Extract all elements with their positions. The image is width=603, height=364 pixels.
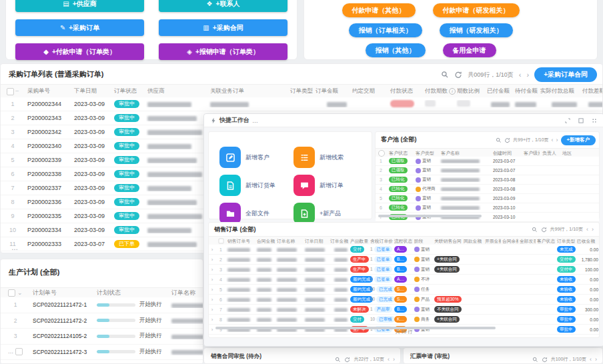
row-expander-icon[interactable]: › [211,297,213,303]
table-row[interactable]: 1P2000023442023-03-09审批中 [1,97,602,111]
table-row[interactable]: ›7未解决1产品审B…直销不关联合同审批中300.00 [209,305,599,315]
table-row[interactable]: 2SCP020221121472-2开始执行 [1,313,203,329]
row-expander-icon[interactable]: › [211,257,213,263]
add-supplier-button[interactable]: ▤+供应商 [15,0,144,12]
add-customer-button[interactable]: +新增客户 [561,135,596,145]
more-rows-indicator[interactable]: … [11,244,18,251]
row-actions-icon[interactable]: … [8,348,14,355]
avatar [416,159,421,164]
shortcut-new-lead[interactable]: 新增线索 [293,147,368,168]
shortcut-all-files[interactable]: 全部文件 [219,203,293,224]
table-row[interactable]: 3已转化直销2023-03-08 [376,175,599,185]
row-checkbox[interactable] [15,348,23,355]
prev-page-icon[interactable]: ‹ [590,357,592,363]
amount-value: 1,780.00 [582,257,598,262]
next-page-icon[interactable]: › [526,71,529,79]
plan-status-label: 开始执行 [139,348,162,355]
refresh-icon[interactable] [454,71,462,79]
table-row[interactable]: ›4履约完成1已签单A…不详未验收0.00 [209,275,599,285]
status-badge: 已转化 [389,177,408,183]
table-row[interactable]: …SCP020221121472-3开始执行 [1,345,203,361]
row-expander-icon[interactable]: › [211,277,213,283]
payment-request-other-button[interactable]: 付款申请（其他） [342,3,416,17]
table-row[interactable]: ›2生产中1已签单B…直销+关联合同交付中1,780.00 [209,255,599,265]
purchase-order-icon: ✎ [60,25,65,31]
status-badge: 已转化 [389,186,408,193]
shortcut-new-customer[interactable]: 新增客户 [219,147,293,168]
table-row[interactable] [1,360,203,364]
pagination-info: 共100行，1/10页 [551,356,586,363]
next-page-icon[interactable]: › [556,137,558,143]
draft-request-panel: 汇票申请 (审批) 共100行，1/10页 ‹ › [403,347,603,364]
prev-page-icon[interactable]: ‹ [552,137,554,143]
select-all-radio[interactable] [378,150,385,157]
row-expander-icon[interactable]: › [211,287,213,293]
reimburse-rd-button[interactable]: 报销（研发相关） [440,23,513,37]
refresh-icon[interactable] [541,227,547,233]
window-titlebar[interactable]: 快捷工作台 … [204,114,603,127]
table-row[interactable]: 3SCP020221124105-2开始执行 [1,329,203,345]
reimburse-order-button[interactable]: 报销（订单相关） [349,23,422,37]
window-grid-icon[interactable] [591,117,598,124]
horizontal-scrollbar[interactable] [378,215,482,217]
redacted-text [277,268,297,272]
refresh-icon[interactable] [542,357,548,363]
search-icon[interactable] [532,227,538,233]
prev-page-icon[interactable]: ‹ [519,71,522,79]
shortcut-new-order-form[interactable]: 新增订货单 [219,175,293,196]
button-label: +报销申请（订单类） [195,47,259,57]
column-header: 付款状态 [390,87,413,94]
table-row[interactable]: ›8交付10已审核K…商务+关联合同审批中0.00 [209,315,599,325]
reimburse-icon: ◈ [187,49,192,55]
row-expander-icon[interactable]: › [211,247,213,253]
table-row[interactable]: 6已转化直销2023-03-10 [376,203,599,213]
add-payment-request-order-button[interactable]: ◆+付款申请（订单类） [15,43,144,60]
table-row[interactable]: ›1交付1已签单A…直销未完成0.00 [209,245,599,255]
redacted-text [210,102,249,107]
payment-request-rd-button[interactable]: 付款申请（研发相关） [433,3,520,17]
search-icon[interactable] [496,137,502,143]
next-page-icon[interactable]: › [592,227,594,233]
progress-bar [97,335,135,338]
refresh-icon[interactable] [504,137,510,143]
search-icon[interactable] [532,357,538,363]
search-icon[interactable] [441,71,449,79]
chat-icon [293,175,315,196]
prev-page-icon[interactable]: ‹ [388,357,390,363]
window-panel-icon[interactable] [578,117,584,124]
table-row[interactable]: 4已转化代理商2023-03-08 [376,185,599,194]
select-all-checkbox[interactable] [218,239,223,244]
add-reimburse-request-order-button[interactable]: ◈+报销申请（订单类） [159,43,287,60]
table-row[interactable]: 5已转化直销2023-03-09 [376,194,599,203]
table-row[interactable]: 1已领取直销2023-03-07 [376,157,599,166]
add-contact-button[interactable]: ❖+联系人 [159,0,287,12]
table-row[interactable]: ›5履约完成10已完成S…任务未验收0.00 [209,285,599,295]
row-expander-icon[interactable]: › [211,317,213,323]
reimburse-other-button[interactable]: 报销（其他） [366,43,426,57]
add-purchase-order-button[interactable]: ✎+采购订单 [15,19,144,36]
add-purchase-contract-button[interactable]: +采购订单合同 [534,67,597,82]
window-expand-icon[interactable] [564,117,571,124]
row-expander-icon[interactable]: › [211,307,213,313]
table-row[interactable]: 1SCP020221121472-1开始执行 [1,297,203,313]
progress-bar [97,319,135,322]
add-purchase-contract-button[interactable]: ▥+采购合同 [159,19,287,36]
table-row[interactable]: ›6履约完成10已完成S…产品预算超30%未验收0.00 [209,295,599,305]
table-row[interactable]: ›3生产中1已签单B…直销+关联合同交付中100.00 [209,265,599,275]
shortcut-new-order[interactable]: 新增订单 [293,175,368,196]
row-expander-icon[interactable]: › [211,267,213,273]
status-badge: 已完成 [376,296,395,303]
select-all-checkbox[interactable] [7,88,14,95]
next-page-icon[interactable]: › [393,357,395,363]
next-page-icon[interactable]: › [595,357,597,363]
horizontal-scrollbar[interactable] [215,327,496,329]
select-all-checkbox[interactable] [8,289,15,297]
search-icon[interactable] [335,357,341,363]
refresh-icon[interactable] [344,357,350,363]
shortcut-new-product[interactable]: +新产品 [293,203,368,224]
table-row[interactable]: 2已领取直销2023-03-07 [376,166,599,175]
button-label: +采购订单 [69,23,99,33]
customer-panel-title: 客户池 (全部) [381,135,417,144]
petty-cash-button[interactable]: 备用金申请 [443,43,496,57]
prev-page-icon[interactable]: ‹ [586,227,588,233]
